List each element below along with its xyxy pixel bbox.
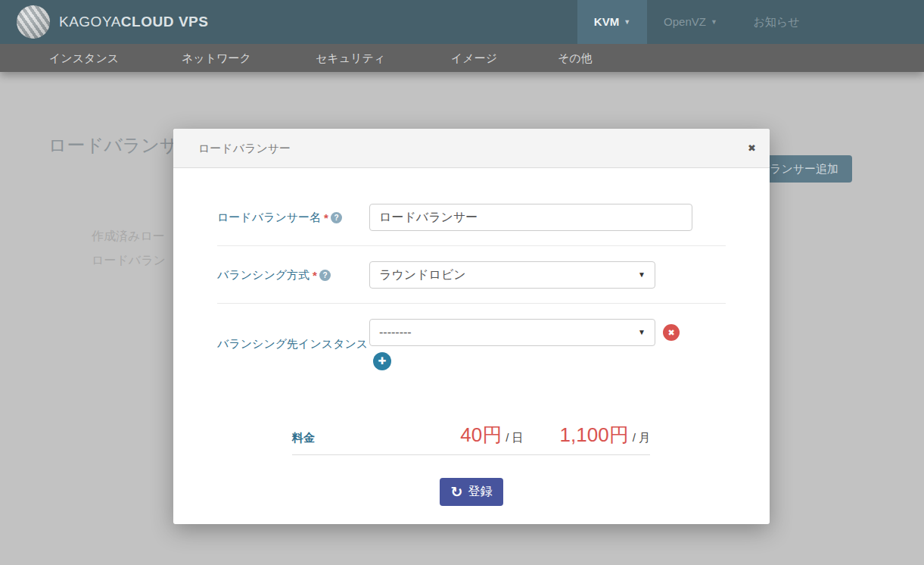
- target-instance-select[interactable]: -------- ▼: [369, 319, 655, 346]
- brand-logo-text: KAGOYACLOUDVPS: [59, 0, 208, 44]
- form-row-target: バランシング先インスタンス -------- ▼ ✖ ✚: [217, 319, 726, 370]
- target-label-group: バランシング先インスタンス: [217, 319, 369, 351]
- daily-price-unit: / 日: [506, 431, 523, 445]
- select-caret-icon: ▼: [638, 320, 646, 345]
- target-label: バランシング先インスタンス: [217, 337, 368, 351]
- name-label-group: ロードバランサー名 * ?: [217, 211, 369, 225]
- top-nav-news-label: お知らせ: [753, 15, 799, 28]
- modal-title: ロードバランサー: [198, 142, 291, 155]
- form-row-name: ロードバランサー名 * ?: [217, 204, 726, 246]
- required-asterisk: *: [324, 211, 328, 224]
- top-header: KAGOYACLOUDVPS KVM▼ OpenVZ▼ お知らせ: [0, 0, 924, 44]
- load-balancer-modal: ロードバランサー ✖ ロードバランサー名 * ? バランシング方式 * ? ラウ…: [173, 129, 770, 524]
- daily-price-group: 40円 / 日: [460, 422, 523, 448]
- remove-instance-icon[interactable]: ✖: [663, 324, 680, 341]
- close-icon[interactable]: ✖: [748, 129, 756, 168]
- price-label: 料金: [292, 431, 315, 445]
- top-nav-openvz-label: OpenVZ: [664, 15, 706, 28]
- load-balancer-name-input[interactable]: [369, 204, 692, 231]
- refresh-icon: ↻: [451, 485, 463, 499]
- sub-nav-item-other[interactable]: その他: [558, 44, 593, 72]
- top-nav-item-kvm[interactable]: KVM▼: [577, 0, 647, 44]
- sub-nav-item-network[interactable]: ネットワーク: [182, 44, 251, 72]
- form-row-method: バランシング方式 * ? ラウンドロビン ▼: [217, 261, 726, 304]
- method-label-group: バランシング方式 * ?: [217, 268, 369, 282]
- sub-nav-bar: インスタンス ネットワーク セキュリティ イメージ その他: [0, 44, 924, 72]
- top-nav-kvm-label: KVM: [594, 15, 619, 28]
- lb-list-text: ロードバラン: [92, 253, 166, 269]
- target-controls: -------- ▼ ✖ ✚: [369, 319, 680, 370]
- top-nav-item-news[interactable]: お知らせ: [736, 0, 817, 44]
- submit-row: ↻ 登録: [217, 478, 726, 506]
- name-label: ロードバランサー名: [217, 211, 321, 225]
- balancing-method-value: ラウンドロビン: [379, 268, 466, 281]
- monthly-price: 1,100円: [560, 422, 629, 448]
- target-select-line: -------- ▼ ✖: [369, 319, 680, 346]
- add-instance-icon[interactable]: ✚: [373, 352, 391, 370]
- monthly-price-group: 1,100円 / 月: [560, 422, 650, 448]
- help-icon[interactable]: ?: [319, 270, 331, 281]
- price-row: 料金 40円 / 日 1,100円 / 月: [292, 422, 650, 455]
- chevron-down-icon: ▼: [624, 18, 630, 26]
- select-caret-icon: ▼: [638, 262, 646, 288]
- brand-kagoya: KAGOYA: [59, 14, 121, 30]
- kagoya-globe-logo-icon: [17, 5, 50, 39]
- register-button-label: 登録: [468, 484, 492, 500]
- brand-cloud: CLOUD: [121, 14, 174, 30]
- help-icon[interactable]: ?: [331, 212, 342, 223]
- chevron-down-icon: ▼: [711, 18, 717, 26]
- sub-nav-item-instance[interactable]: インスタンス: [49, 44, 119, 72]
- method-label: バランシング方式: [217, 268, 310, 282]
- balancing-method-select[interactable]: ラウンドロビン ▼: [369, 261, 655, 289]
- monthly-price-unit: / 月: [633, 431, 650, 445]
- top-nav-item-openvz[interactable]: OpenVZ▼: [651, 0, 730, 44]
- required-asterisk: *: [313, 269, 317, 282]
- created-lb-text: 作成済みロー: [92, 229, 165, 245]
- modal-header: ロードバランサー ✖: [173, 129, 770, 168]
- modal-body: ロードバランサー名 * ? バランシング方式 * ? ラウンドロビン ▼ バラン…: [173, 168, 770, 506]
- brand-vps: VPS: [179, 14, 209, 30]
- sub-nav-item-security[interactable]: セキュリティ: [316, 44, 385, 72]
- daily-price: 40円: [460, 422, 502, 448]
- target-instance-value: --------: [379, 326, 412, 339]
- sub-nav-item-image[interactable]: イメージ: [451, 44, 497, 72]
- register-button[interactable]: ↻ 登録: [440, 478, 504, 506]
